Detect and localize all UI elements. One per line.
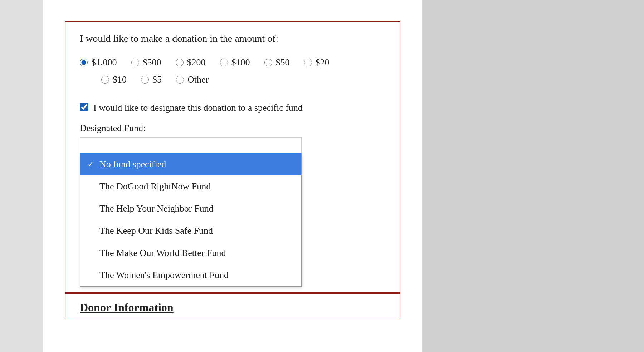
fund-option-label-0: No fund specified <box>99 159 166 170</box>
fund-option-no-fund[interactable]: ✓ No fund specified <box>80 153 301 175</box>
main-content: I would like to make a donation in the a… <box>43 0 422 352</box>
fund-dropdown-wrapper: ✓ No fund specified The DoGood RightNow … <box>80 137 302 153</box>
radio-item-50[interactable]: $50 <box>264 57 290 68</box>
designate-label: I would like to designate this donation … <box>93 101 303 114</box>
amount-radio-row-1: $1,000 $500 $200 $100 $50 <box>80 57 385 74</box>
right-sidebar <box>422 0 465 352</box>
radio-item-200[interactable]: $200 <box>176 57 206 68</box>
radio-label-200: $200 <box>187 57 206 68</box>
radio-item-10[interactable]: $10 <box>101 74 127 85</box>
fund-dropdown-menu: ✓ No fund specified The DoGood RightNow … <box>80 153 302 287</box>
radio-item-1000[interactable]: $1,000 <box>80 57 117 68</box>
fund-option-world[interactable]: The Make Our World Better Fund <box>80 242 301 264</box>
fund-option-neighbor[interactable]: The Help Your Neighbor Fund <box>80 198 301 220</box>
fund-input-display[interactable] <box>80 137 302 153</box>
fund-option-label-4: The Make Our World Better Fund <box>99 248 226 258</box>
radio-label-20: $20 <box>316 57 330 68</box>
checkmark-empty-4 <box>87 248 96 258</box>
radio-label-10: $10 <box>113 74 127 85</box>
checkmark-empty-3 <box>87 226 96 236</box>
fund-option-label-5: The Women's Empowerment Fund <box>99 270 229 281</box>
radio-label-5: $5 <box>152 74 162 85</box>
radio-label-500: $500 <box>143 57 161 68</box>
radio-label-50: $50 <box>276 57 290 68</box>
radio-item-5[interactable]: $5 <box>141 74 162 85</box>
amount-radio-row-2: $10 $5 Other <box>80 74 385 91</box>
donation-section: I would like to make a donation in the a… <box>65 21 400 293</box>
designate-checkbox-row: I would like to designate this donation … <box>80 101 385 114</box>
designate-checkbox[interactable] <box>80 103 88 111</box>
fund-option-label-3: The Keep Our Kids Safe Fund <box>99 225 213 236</box>
fund-option-kids[interactable]: The Keep Our Kids Safe Fund <box>80 220 301 242</box>
donation-heading: I would like to make a donation in the a… <box>80 33 385 44</box>
fund-option-dogood[interactable]: The DoGood RightNow Fund <box>80 175 301 198</box>
radio-label-1000: $1,000 <box>91 57 117 68</box>
radio-label-other: Other <box>187 74 209 85</box>
checkmark-empty-5 <box>87 271 96 280</box>
radio-item-20[interactable]: $20 <box>304 57 330 68</box>
left-sidebar <box>0 0 43 352</box>
checkmark-empty-2 <box>87 204 96 213</box>
checkmark-icon: ✓ <box>87 160 96 169</box>
fund-option-label-2: The Help Your Neighbor Fund <box>99 203 214 214</box>
designated-fund-label: Designated Fund: <box>80 123 385 134</box>
fund-option-women[interactable]: The Women's Empowerment Fund <box>80 264 301 286</box>
donor-info-heading: Donor Information <box>80 301 385 314</box>
fund-option-label-1: The DoGood RightNow Fund <box>99 181 211 192</box>
radio-item-100[interactable]: $100 <box>220 57 250 68</box>
radio-label-100: $100 <box>231 57 250 68</box>
radio-item-500[interactable]: $500 <box>131 57 161 68</box>
checkmark-empty-1 <box>87 182 96 191</box>
radio-item-other[interactable]: Other <box>176 74 209 85</box>
donor-info-section: Donor Information <box>65 293 400 318</box>
